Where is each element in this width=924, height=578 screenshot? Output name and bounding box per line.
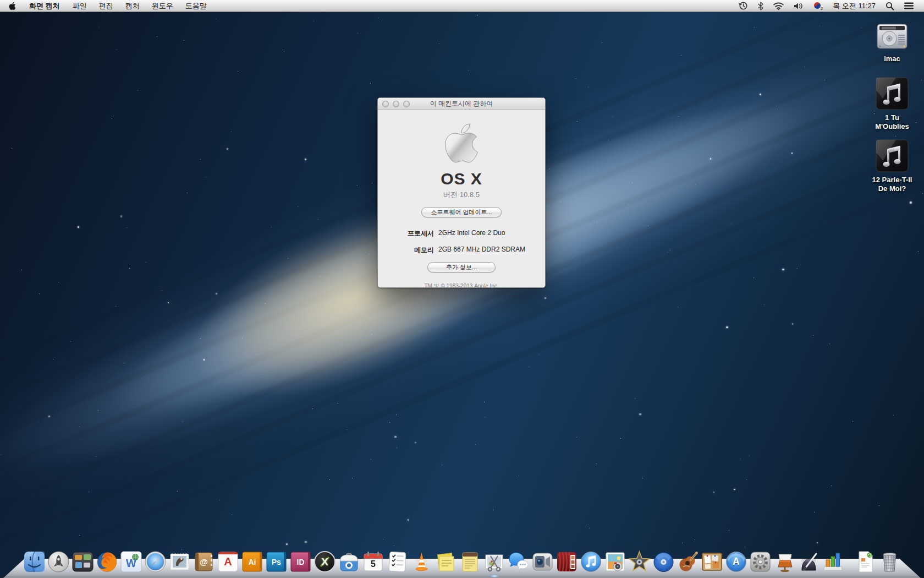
dock-launchpad[interactable] — [47, 550, 70, 573]
software-update-button[interactable]: 소프트웨어 업데이트... — [421, 207, 502, 217]
spec-rows: 프로세서 2GHz Intel Core 2 Duo 메모리 2GB 667 M… — [378, 229, 545, 255]
input-badge-2: 2 — [821, 7, 823, 10]
about-window-body: OS X 버전 10.8.5 소프트웨어 업데이트... 프로세서 2GHz I… — [378, 110, 545, 288]
menu-bar-left: 화면 캡처 파일 편집 캡처 윈도우 도움말 — [0, 0, 213, 12]
memory-row: 메모리 2GB 667 MHz DDR2 SDRAM — [378, 246, 545, 255]
dock-acrobat[interactable]: A — [217, 550, 239, 573]
dock-stickies[interactable] — [435, 550, 457, 573]
dock-photo-booth[interactable] — [556, 550, 578, 573]
desktop-wallpaper — [0, 0, 924, 578]
dock-firefox[interactable] — [96, 550, 118, 573]
menu-edit[interactable]: 편집 — [93, 0, 119, 12]
dock-photoshop[interactable]: Ps — [265, 550, 288, 573]
desktop-icon-label: imac — [884, 54, 900, 63]
desktop-icon-audio-2[interactable]: 12 Parle-T-Il De Moi? — [856, 139, 924, 193]
dock: W@AAiPsIDX5A — [0, 543, 924, 578]
dock-lunchbox-utility[interactable] — [338, 550, 360, 573]
desktop-icon-label: 1 Tu M'Oublies — [875, 113, 909, 131]
processor-value: 2GHz Intel Core 2 Duo — [438, 229, 505, 238]
dock-finder[interactable] — [23, 550, 46, 573]
menu-bar-right: 2 목 오전 11:27 — [734, 0, 924, 12]
about-this-mac-window[interactable]: 이 매킨토시에 관하여 OS X 버전 10.8.5 소프트웨어 업데이트...… — [377, 97, 546, 288]
dock-mail[interactable] — [168, 550, 191, 573]
dock-facetime[interactable] — [531, 550, 554, 573]
dock-checklist[interactable] — [386, 550, 409, 573]
dock-itunes[interactable] — [580, 550, 602, 573]
dock-garageband[interactable] — [676, 550, 699, 573]
vignette — [0, 0, 924, 578]
dock-grab[interactable] — [483, 550, 505, 573]
dock-app-store[interactable]: A — [725, 550, 747, 573]
dock-ical[interactable]: 5 — [362, 550, 384, 573]
menu-help[interactable]: 도움말 — [179, 0, 213, 12]
input-korean-icon[interactable]: 2 — [808, 0, 828, 12]
dock-system-preferences[interactable] — [749, 550, 772, 573]
menu-window[interactable]: 윈도우 — [146, 0, 179, 12]
dock-document-file[interactable] — [854, 550, 877, 573]
dock-keynote[interactable] — [773, 550, 796, 573]
window-titlebar[interactable]: 이 매킨토시에 관하여 — [378, 98, 545, 110]
dock-x-media[interactable]: X — [314, 550, 336, 573]
hard-drive-icon[interactable] — [875, 18, 909, 52]
dock-illustrator[interactable]: Ai — [241, 550, 263, 573]
desktop-icon-audio-1[interactable]: 1 Tu M'Oublies — [856, 77, 924, 131]
desktop-icon-label: 12 Parle-T-Il De Moi? — [872, 176, 912, 193]
processor-row: 프로세서 2GHz Intel Core 2 Duo — [378, 229, 545, 238]
os-name: OS X — [441, 170, 482, 188]
dock-safari[interactable] — [144, 550, 167, 573]
menu-app-name[interactable]: 화면 캡처 — [23, 0, 67, 12]
dock-numbers[interactable] — [822, 550, 844, 573]
dock-notes[interactable] — [459, 550, 481, 573]
os-version: 버전 10.8.5 — [443, 190, 480, 200]
memory-label: 메모리 — [378, 246, 434, 255]
dock-vlc[interactable] — [410, 550, 433, 573]
apple-menu[interactable] — [0, 0, 23, 12]
dock-pages[interactable] — [798, 550, 820, 573]
minimize-button[interactable] — [393, 101, 399, 107]
dock-iphoto[interactable] — [604, 550, 626, 573]
notification-center-icon[interactable] — [899, 0, 919, 12]
dock-contacts[interactable]: @ — [193, 550, 215, 573]
dock-corkboard[interactable] — [701, 550, 723, 573]
processor-label: 프로세서 — [378, 229, 434, 238]
apple-icon — [9, 2, 16, 10]
apple-logo-large — [443, 121, 480, 165]
copyright-line1: TM 및 © 1983-2013 Apple Inc. — [424, 282, 498, 288]
menu-capture[interactable]: 캡처 — [119, 0, 146, 12]
dock-trash[interactable] — [878, 550, 901, 573]
spotlight-icon[interactable] — [881, 0, 899, 12]
dock-imovie[interactable] — [628, 550, 651, 573]
dock-messages[interactable] — [507, 550, 530, 573]
audio-file-icon[interactable] — [875, 139, 909, 173]
dock-mission-control[interactable] — [72, 550, 94, 573]
audio-file-icon[interactable] — [875, 77, 909, 111]
menu-bar: 화면 캡처 파일 편집 캡처 윈도우 도움말 2 목 오전 11:27 — [0, 0, 924, 12]
close-button[interactable] — [382, 101, 389, 107]
desktop-icon-imac-hdd[interactable]: imac — [856, 18, 924, 63]
menu-clock[interactable]: 목 오전 11:27 — [828, 1, 881, 11]
zoom-button[interactable] — [403, 101, 410, 107]
dock-items: W@AAiPsIDX5A — [0, 550, 924, 573]
memory-value: 2GB 667 MHz DDR2 SDRAM — [438, 246, 525, 255]
dock-idvd[interactable] — [652, 550, 675, 573]
volume-icon[interactable] — [789, 0, 808, 12]
time-machine-icon[interactable] — [734, 0, 753, 12]
dock-web-w-app[interactable]: W — [120, 550, 142, 573]
copyright-text: TM 및 © 1983-2013 Apple Inc. 모든 권리 보유. 사용… — [424, 282, 498, 288]
menu-file[interactable]: 파일 — [67, 0, 93, 12]
bluetooth-icon[interactable] — [753, 0, 768, 12]
dock-indesign[interactable]: ID — [289, 550, 312, 573]
more-info-button[interactable]: 추가 정보... — [427, 262, 496, 272]
window-controls — [382, 98, 410, 110]
wifi-icon[interactable] — [768, 0, 789, 12]
